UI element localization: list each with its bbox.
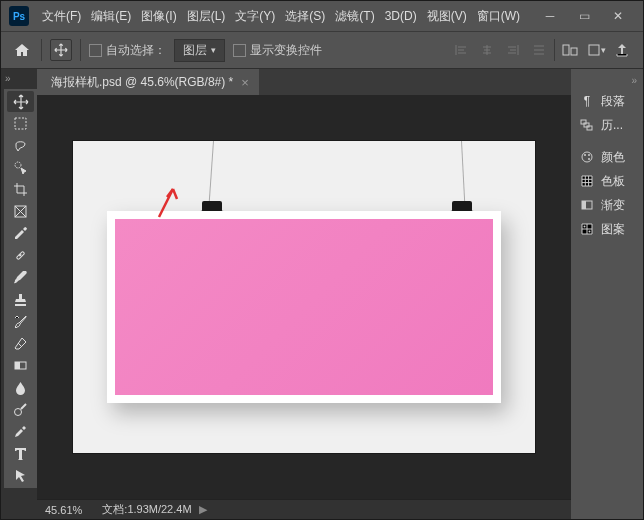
crop-tool[interactable]	[7, 179, 34, 200]
svg-rect-11	[584, 123, 589, 127]
align-mode-icon[interactable]	[559, 39, 581, 61]
svg-point-16	[588, 158, 590, 160]
show-transform-label: 显示变换控件	[250, 42, 322, 59]
gradient-tool[interactable]	[7, 355, 34, 376]
menu-layer[interactable]: 图层(L)	[182, 8, 231, 25]
move-tool-indicator-icon[interactable]	[50, 39, 72, 61]
window-maximize-button[interactable]: ▭	[567, 5, 601, 27]
panel-patterns[interactable]: 图案	[571, 217, 643, 241]
history-icon	[579, 117, 595, 133]
eraser-tool[interactable]	[7, 333, 34, 354]
close-icon[interactable]: ×	[241, 75, 249, 90]
path-select-tool[interactable]	[7, 465, 34, 486]
distribute-icon[interactable]	[528, 39, 550, 61]
eyedropper-tool[interactable]	[7, 223, 34, 244]
menu-view[interactable]: 视图(V)	[422, 8, 472, 25]
doc-size[interactable]: 文档:1.93M/22.4M ▶	[102, 502, 206, 517]
document-tab-title: 海报样机.psd @ 45.6%(RGB/8#) *	[51, 74, 233, 91]
svg-point-15	[588, 154, 590, 156]
panel-label: 历...	[601, 117, 623, 134]
stamp-tool[interactable]	[7, 289, 34, 310]
auto-select-checkbox[interactable]: 自动选择：	[89, 42, 166, 59]
align-left-icon[interactable]	[450, 39, 472, 61]
svg-rect-17	[582, 201, 592, 209]
show-transform-checkbox[interactable]: 显示变换控件	[233, 42, 322, 59]
panel-gradients[interactable]: 渐变	[571, 193, 643, 217]
menu-window[interactable]: 窗口(W)	[472, 8, 525, 25]
dodge-tool[interactable]	[7, 399, 34, 420]
type-tool[interactable]	[7, 443, 34, 464]
auto-select-dropdown[interactable]: 图层 ▾	[174, 39, 225, 62]
document-canvas	[73, 141, 535, 453]
menu-file[interactable]: 文件(F)	[37, 8, 86, 25]
share-icon[interactable]	[611, 39, 633, 61]
svg-rect-10	[581, 120, 586, 124]
checkbox-icon	[233, 44, 246, 57]
menu-image[interactable]: 图像(I)	[136, 8, 181, 25]
svg-point-20	[589, 231, 591, 233]
document-tab[interactable]: 海报样机.psd @ 45.6%(RGB/8#) * ×	[37, 69, 259, 95]
panel-color[interactable]: 颜色	[571, 145, 643, 169]
panel-collapse-icon[interactable]: »	[571, 75, 643, 89]
healing-tool[interactable]	[7, 245, 34, 266]
svg-point-14	[584, 154, 586, 156]
window-close-button[interactable]: ✕	[601, 5, 635, 27]
menu-edit[interactable]: 编辑(E)	[86, 8, 136, 25]
marquee-tool[interactable]	[7, 113, 34, 134]
menu-select[interactable]: 选择(S)	[280, 8, 330, 25]
panel-label: 段落	[601, 93, 625, 110]
string-decoration	[461, 141, 465, 203]
svg-rect-8	[15, 362, 20, 369]
home-icon[interactable]	[11, 39, 33, 61]
auto-select-label: 自动选择：	[106, 42, 166, 59]
chevron-right-icon: ▶	[199, 503, 207, 515]
chevron-down-icon: ▾	[211, 45, 216, 55]
panel-history[interactable]: 历...	[571, 113, 643, 137]
menu-3d[interactable]: 3D(D)	[380, 9, 422, 23]
blur-tool[interactable]	[7, 377, 34, 398]
menu-type[interactable]: 文字(Y)	[230, 8, 280, 25]
menu-bar: Ps 文件(F) 编辑(E) 图像(I) 图层(L) 文字(Y) 选择(S) 滤…	[1, 1, 643, 31]
move-tool[interactable]	[7, 91, 34, 112]
svg-rect-7	[15, 362, 26, 369]
svg-rect-6	[16, 251, 24, 259]
svg-rect-1	[571, 48, 577, 55]
paragraph-icon: ¶	[579, 93, 595, 109]
swatches-icon	[579, 173, 595, 189]
divider	[554, 39, 555, 61]
status-bar: 45.61% 文档:1.93M/22.4M ▶	[37, 499, 571, 519]
svg-rect-2	[589, 45, 599, 55]
brush-tool[interactable]	[7, 267, 34, 288]
checkbox-icon	[89, 44, 102, 57]
toolbar-collapse-icon[interactable]: »	[5, 73, 19, 87]
svg-point-19	[584, 226, 586, 228]
color-icon	[579, 149, 595, 165]
panel-label: 色板	[601, 173, 625, 190]
panel-label: 颜色	[601, 149, 625, 166]
align-center-h-icon[interactable]	[476, 39, 498, 61]
zoom-level[interactable]: 45.61%	[45, 504, 82, 516]
app-logo: Ps	[9, 6, 29, 26]
svg-rect-12	[587, 126, 592, 130]
window-minimize-button[interactable]: ─	[533, 5, 567, 27]
pen-tool[interactable]	[7, 421, 34, 442]
svg-rect-3	[15, 118, 26, 129]
svg-point-13	[582, 152, 592, 162]
panel-paragraph[interactable]: ¶ 段落	[571, 89, 643, 113]
panel-label: 图案	[601, 221, 625, 238]
3d-mode-icon[interactable]: ▾	[585, 39, 607, 61]
svg-point-4	[15, 162, 21, 168]
quick-select-tool[interactable]	[7, 157, 34, 178]
frame-tool[interactable]	[7, 201, 34, 222]
lasso-tool[interactable]	[7, 135, 34, 156]
menu-filter[interactable]: 滤镜(T)	[330, 8, 379, 25]
string-decoration	[209, 141, 214, 203]
svg-rect-0	[563, 45, 569, 55]
poster-artwork	[115, 219, 493, 395]
svg-rect-5	[15, 206, 26, 217]
svg-point-9	[15, 409, 22, 416]
history-brush-tool[interactable]	[7, 311, 34, 332]
panel-swatches[interactable]: 色板	[571, 169, 643, 193]
align-right-icon[interactable]	[502, 39, 524, 61]
canvas-viewport[interactable]	[37, 95, 571, 499]
